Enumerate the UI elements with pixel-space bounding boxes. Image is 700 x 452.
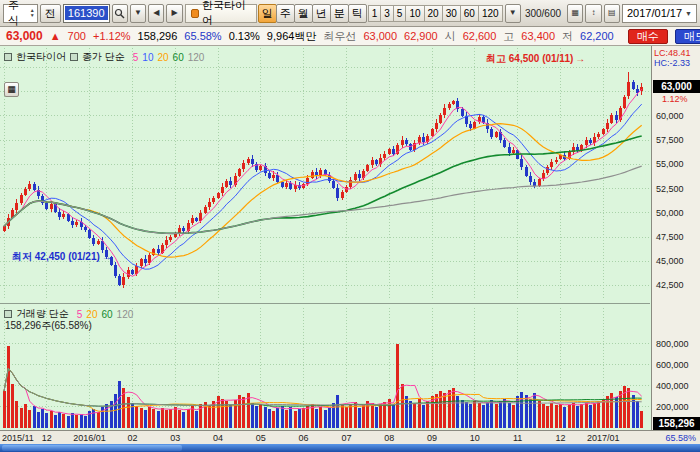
trading-chart-window: 주식 ▲▼ 전 161390 ▼ ◀ ▶ 한국타이어 일주월년분틱 135102… xyxy=(0,0,700,452)
current-volume-text: 158,296주(65.58%) xyxy=(5,319,92,333)
stock-code-value: 161390 xyxy=(65,6,108,20)
legend-symbol-label: 한국타이어 xyxy=(16,50,66,64)
list-tool-button[interactable]: ▤ xyxy=(604,4,620,23)
sell-button[interactable]: 매도 xyxy=(675,29,700,44)
minute-option-20[interactable]: 20 xyxy=(424,5,443,22)
x-axis-label: 12 xyxy=(42,433,52,443)
grid-icon: ▦ xyxy=(571,9,579,17)
minute-option-10[interactable]: 10 xyxy=(405,5,424,22)
arrow-right-icon: → xyxy=(102,251,112,262)
chart-toolbar: 주식 ▲▼ 전 161390 ▼ ◀ ▶ 한국타이어 일주월년분틱 135102… xyxy=(0,0,700,27)
list-icon: ▤ xyxy=(608,9,616,17)
x-axis-label: 10 xyxy=(470,433,480,443)
change-percent: +1.12% xyxy=(93,30,131,42)
search-icon xyxy=(114,8,125,19)
resize-icon: ↕ xyxy=(592,9,596,17)
price-axis-label: 60,000 xyxy=(656,111,684,121)
buy-button[interactable]: 매수 xyxy=(628,29,668,44)
minute-option-1[interactable]: 1 xyxy=(368,5,382,22)
legend-checkbox-icon[interactable] xyxy=(4,53,12,61)
chart-grid-tool-button[interactable]: ▦ xyxy=(4,82,19,97)
chart-style-dropdown-button[interactable]: ▼ xyxy=(505,4,521,23)
grid-lines xyxy=(0,48,650,428)
current-price-marker: 63,000 xyxy=(653,80,700,93)
prev-stock-button[interactable]: ◀ xyxy=(148,4,164,23)
price-axis-label: 55,000 xyxy=(656,159,684,169)
axis-lc-label: LC:48.41 xyxy=(654,48,691,58)
code-dropdown-button[interactable]: ▼ xyxy=(130,4,146,23)
price-axis-label: 52,500 xyxy=(656,184,684,194)
annotation-lowest: 최저 42,450 (01/21)→ xyxy=(12,250,112,264)
legend-ma-label: 종가 단순 xyxy=(82,50,125,64)
asset-type-select[interactable]: 주식 ▲▼ xyxy=(3,4,38,23)
current-price: 63,000 xyxy=(6,29,43,43)
x-axis-label: 2017/01 xyxy=(587,433,620,443)
stock-code-input[interactable]: 161390 xyxy=(63,4,110,23)
price-axis-label: 57,500 xyxy=(656,135,684,145)
right-axis[interactable]: LC:48.41 HC:-2.33 63,000 1.12% 158,296 6… xyxy=(651,46,700,430)
annotation-highest: 최고 64,500 (01/11)→ xyxy=(486,52,585,66)
x-axis-label: 02 xyxy=(127,433,137,443)
chevron-down-icon: ▼ xyxy=(685,10,692,17)
volume-axis-label: 400,000 xyxy=(656,381,689,391)
resize-tool-button[interactable]: ↕ xyxy=(585,4,601,23)
x-axis-label: 08 xyxy=(384,433,394,443)
minute-option-60[interactable]: 60 xyxy=(460,5,479,22)
high-label: 고 xyxy=(503,29,514,44)
period-tab-주[interactable]: 주 xyxy=(276,4,295,23)
ma-period-label: 60 xyxy=(101,309,112,320)
period-tab-일[interactable]: 일 xyxy=(258,4,277,23)
minute-option-30[interactable]: 30 xyxy=(442,5,461,22)
grid-icon: ▦ xyxy=(7,85,16,94)
date-value: 2017/01/17 xyxy=(627,7,682,19)
axis-hc-label: HC:-2.33 xyxy=(654,58,690,68)
x-axis-label: 2016/01 xyxy=(73,433,106,443)
price-axis-label: 50,000 xyxy=(656,208,684,218)
minute-option-120[interactable]: 120 xyxy=(478,5,503,22)
volume-axis-label: 800,000 xyxy=(656,339,689,349)
search-button[interactable] xyxy=(112,4,128,23)
ma-period-label: 60 xyxy=(173,52,184,63)
ma-period-label: 120 xyxy=(117,309,134,320)
period-tab-group: 일주월년분틱 xyxy=(259,4,367,23)
x-axis-label: 2015/11 xyxy=(2,433,34,443)
volume-ma-periods: 52060120 xyxy=(73,309,134,320)
minute-option-5[interactable]: 5 xyxy=(393,5,407,22)
arrow-right-icon: → xyxy=(575,53,585,64)
ma-period-label: 5 xyxy=(77,309,83,320)
chevron-right-icon: ▶ xyxy=(172,9,178,17)
change-direction-icon: ▲ xyxy=(50,30,61,42)
x-axis-label: 03 xyxy=(170,433,180,443)
volume-value: 158,296 xyxy=(138,30,178,42)
grid-settings-button[interactable]: ▦ xyxy=(567,4,583,23)
x-axis-label: 12 xyxy=(555,433,565,443)
legend-checkbox-icon[interactable] xyxy=(70,53,78,61)
next-stock-button[interactable]: ▶ xyxy=(166,4,182,23)
price-change: 700 xyxy=(68,30,86,42)
best-quote-label: 최우선 xyxy=(323,29,356,44)
bar-count-display: 300/600 xyxy=(523,8,563,19)
stock-name-display[interactable]: 한국타이어 xyxy=(185,4,257,23)
x-axis-label: 05 xyxy=(256,433,266,443)
period-tab-년[interactable]: 년 xyxy=(312,4,331,23)
quote-summary-row: 63,000 ▲ 700 +1.12% 158,296 65.58% 0.13%… xyxy=(0,27,700,46)
legend-checkbox-icon[interactable] xyxy=(4,310,12,318)
date-picker[interactable]: 2017/01/17 ▼ xyxy=(622,4,697,23)
period-tab-분[interactable]: 분 xyxy=(330,4,349,23)
minute-option-group: 13510203060120 xyxy=(369,5,503,22)
spinner-icon[interactable]: ▲▼ xyxy=(30,8,35,18)
time-axis[interactable]: 65.58% 2015/11122016/0102030405060708091… xyxy=(0,430,700,444)
ma-period-label: 20 xyxy=(157,52,168,63)
period-tab-월[interactable]: 월 xyxy=(294,4,313,23)
best-ask: 63,000 xyxy=(363,30,397,42)
price-axis-label: 47,500 xyxy=(656,232,684,242)
open-price: 62,600 xyxy=(463,30,497,42)
jeon-button[interactable]: 전 xyxy=(40,4,61,23)
chart-area[interactable]: 한국타이어 종가 단순 5102060120 ▦ 최저 42,450 (01/2… xyxy=(0,46,651,430)
price-pane-legend: 한국타이어 종가 단순 5102060120 xyxy=(4,50,204,64)
price-volume-chart[interactable] xyxy=(0,46,651,430)
best-bid: 62,900 xyxy=(404,30,438,42)
period-tab-틱[interactable]: 틱 xyxy=(348,4,367,23)
minute-option-3[interactable]: 3 xyxy=(380,5,394,22)
low-price: 62,200 xyxy=(580,30,614,42)
